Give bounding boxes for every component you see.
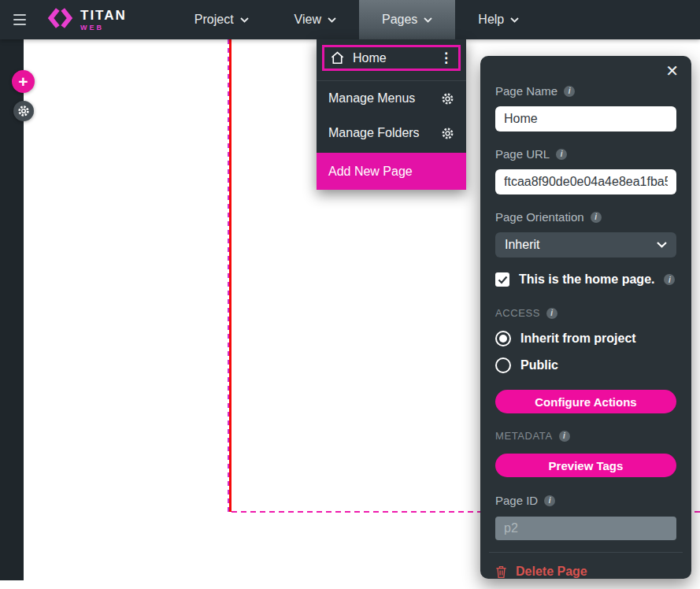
add-element-button[interactable]: +	[12, 70, 35, 93]
menu-item-pages[interactable]: Pages	[359, 0, 455, 39]
page-settings-panel: ✕ Page Name i Page URL i Page Orientatio…	[480, 56, 691, 579]
panel-divider	[489, 552, 683, 553]
configure-actions-button[interactable]: Configure Actions	[495, 390, 676, 413]
hamburger-menu-icon[interactable]	[13, 0, 26, 39]
gear-icon	[441, 127, 454, 140]
access-option-public[interactable]: Public	[495, 357, 676, 373]
close-icon[interactable]: ✕	[665, 63, 679, 79]
manage-menus-label: Manage Menus	[328, 91, 415, 106]
add-new-page-label: Add New Page	[328, 165, 413, 179]
info-icon[interactable]: i	[664, 274, 675, 285]
metadata-section-label-row: METADATA i	[495, 430, 676, 442]
menu-item-help[interactable]: Help	[455, 0, 542, 39]
info-icon[interactable]: i	[564, 86, 575, 97]
gear-icon	[441, 92, 454, 106]
info-icon[interactable]: i	[544, 495, 555, 506]
menu-item-label: Help	[478, 13, 504, 27]
page-id-label-row: Page ID i	[495, 494, 676, 507]
page-orientation-select[interactable]: Inherit	[495, 232, 676, 257]
page-id-label: Page ID	[495, 494, 538, 507]
page-orientation-label: Page Orientation	[495, 210, 584, 224]
gear-icon	[17, 105, 30, 117]
titan-diamond-icon	[47, 6, 73, 33]
chevron-down-icon	[424, 17, 432, 23]
access-option-label: Inherit from project	[520, 332, 636, 346]
titan-logo: TITAN WEB	[47, 0, 127, 39]
metadata-section-label: METADATA	[495, 430, 553, 442]
logo-subtitle: WEB	[80, 24, 127, 31]
canvas-settings-button[interactable]	[13, 101, 34, 121]
chevron-down-icon	[657, 242, 667, 248]
access-section-label: ACCESS	[495, 307, 540, 319]
plus-icon: +	[18, 73, 28, 90]
chevron-down-icon	[240, 17, 249, 23]
chevron-down-icon	[328, 17, 336, 23]
page-id-input[interactable]	[495, 517, 676, 540]
home-page-checkbox-label: This is the home page.	[519, 272, 654, 287]
menu-item-label: Pages	[382, 13, 417, 27]
menu-item-view[interactable]: View	[272, 0, 359, 39]
delete-page-button[interactable]: Delete Page	[495, 565, 676, 579]
pages-dropdown-menu: Home ⋮ Manage Menus Manage Folders Add N…	[317, 39, 466, 190]
delete-page-label: Delete Page	[516, 565, 587, 579]
logo-title: TITAN	[80, 9, 127, 22]
menu-item-label: Project	[194, 13, 234, 27]
page-orientation-label-row: Page Orientation i	[495, 210, 676, 224]
menu-item-manage-folders[interactable]: Manage Folders	[317, 116, 466, 150]
radio-selected-icon[interactable]	[495, 331, 511, 346]
menu-item-home-page[interactable]: Home ⋮	[322, 45, 461, 71]
trash-icon	[495, 565, 507, 579]
top-navbar: TITAN WEB Project View Pages Help	[0, 0, 700, 39]
page-url-label-row: Page URL i	[495, 147, 676, 161]
page-url-input[interactable]	[495, 169, 676, 194]
kebab-menu-icon[interactable]: ⋮	[439, 51, 453, 65]
menu-item-label: View	[294, 13, 321, 27]
home-page-label: Home	[353, 51, 387, 65]
snap-guide-red-line	[229, 39, 231, 512]
home-icon	[330, 50, 345, 65]
radio-unselected-icon[interactable]	[495, 357, 511, 373]
info-icon[interactable]: i	[556, 149, 567, 160]
page-url-label: Page URL	[495, 147, 550, 161]
home-page-checkbox-row[interactable]: This is the home page. i	[495, 272, 676, 287]
page-name-label: Page Name	[495, 84, 557, 98]
menu-item-add-new-page[interactable]: Add New Page	[317, 153, 466, 190]
info-icon[interactable]: i	[546, 308, 557, 319]
access-option-inherit[interactable]: Inherit from project	[495, 331, 676, 346]
manage-folders-label: Manage Folders	[328, 126, 420, 140]
menu-item-manage-menus[interactable]: Manage Menus	[317, 81, 466, 116]
main-menu: Project View Pages Help	[172, 0, 542, 39]
selected-orientation-value: Inherit	[505, 238, 539, 252]
preview-tags-button[interactable]: Preview Tags	[495, 454, 676, 477]
access-section-label-row: ACCESS i	[495, 307, 676, 319]
menu-item-project[interactable]: Project	[172, 0, 272, 39]
chevron-down-icon	[510, 17, 519, 23]
info-icon[interactable]: i	[559, 431, 570, 442]
access-option-label: Public	[520, 358, 558, 372]
checkbox-checked-icon[interactable]	[495, 272, 509, 287]
info-icon[interactable]: i	[591, 212, 602, 223]
page-name-input[interactable]	[495, 106, 676, 132]
page-name-label-row: Page Name i	[495, 84, 676, 98]
